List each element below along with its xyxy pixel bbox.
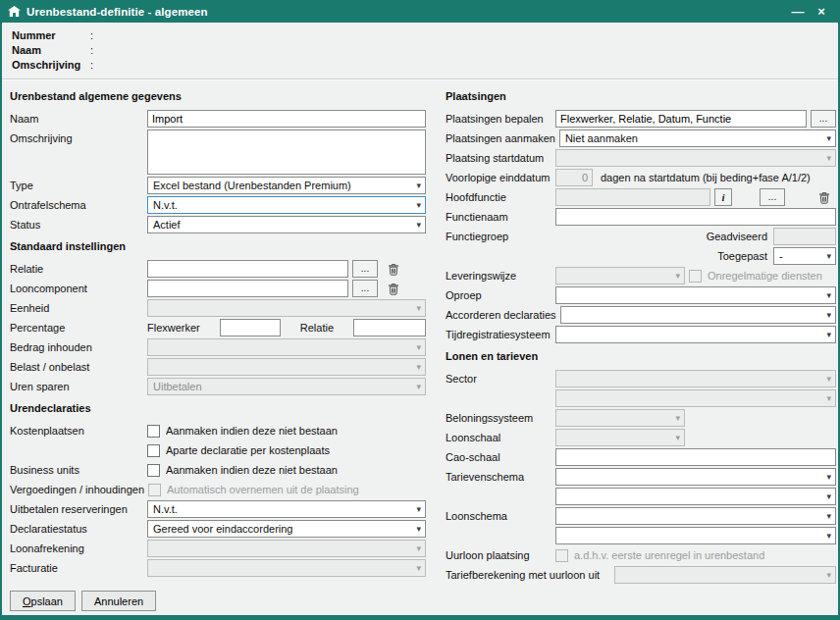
kostenplaatsen-label: Kostenplaatsen <box>10 425 147 437</box>
declaratiestatus-row: Declaratiestatus Gereed voor eindaccorde… <box>10 520 426 538</box>
hoofdfunctie-info-button[interactable]: i <box>714 188 732 206</box>
hoofdfunctie-delete-button[interactable] <box>813 188 836 206</box>
info-row-nummer: Nummer : <box>12 28 828 43</box>
kostenplaatsen-aparte-checkbox[interactable] <box>147 444 160 457</box>
declaratiestatus-value: Gereed voor eindaccordering <box>153 523 414 535</box>
naam-input[interactable] <box>147 110 426 128</box>
percentage-relatie-input[interactable] <box>353 319 426 336</box>
tariefberekening-label: Tariefberekening met uurloon uit <box>446 569 614 581</box>
plaatsingen-bepalen-browse-button[interactable]: ... <box>811 110 836 128</box>
tarievenschema-row: Tarievenschema ▾ <box>446 468 836 486</box>
functienaam-input[interactable] <box>555 208 836 226</box>
functiegroep-toegepast-line: Toegepast - ▾ <box>555 247 836 265</box>
sector-dropdown: ▾ <box>555 370 836 388</box>
loonschema-dropdown[interactable]: ▾ <box>555 507 836 525</box>
toegepast-dropdown[interactable]: - ▾ <box>773 247 836 265</box>
ontrafelschema-label: Ontrafelschema <box>10 199 147 211</box>
plaatsing-startdatum-label: Plaatsing startdatum <box>446 152 555 164</box>
plaatsingen-bepalen-input[interactable] <box>555 110 807 128</box>
loonschema-row: Loonschema ▾ <box>446 507 836 525</box>
window-title: Urenbestand-definitie - algemeen <box>26 6 783 18</box>
looncomponent-input[interactable] <box>147 280 348 297</box>
looncomponent-delete-button[interactable] <box>382 280 405 297</box>
trash-icon <box>818 191 830 204</box>
chevron-down-icon: ▾ <box>414 343 425 352</box>
chevron-down-icon: ▾ <box>824 331 835 339</box>
close-button[interactable]: × <box>813 2 830 22</box>
eenheid-dropdown: ▾ <box>147 299 426 317</box>
tarievenschema-sub-dropdown[interactable]: ▾ <box>555 488 836 505</box>
save-button[interactable]: Opslaan <box>10 591 76 611</box>
business-units-row: Business units Aanmaken indien deze niet… <box>10 461 426 479</box>
chevron-down-icon: ▾ <box>414 181 425 190</box>
tarievenschema-dropdown[interactable]: ▾ <box>555 468 836 486</box>
percentage-relatie-label: Relatie <box>300 322 334 334</box>
relatie-input[interactable] <box>147 260 348 278</box>
belast-onbelast-dropdown: ▾ <box>147 358 426 376</box>
loonschema-sub-dropdown[interactable]: ▾ <box>555 527 836 544</box>
section-standaard-instellingen: Standaard instellingen <box>10 240 426 252</box>
sector-row: Sector ▾ <box>446 370 836 388</box>
plaatsingen-aanmaken-label: Plaatsingen aanmaken <box>446 132 559 144</box>
bedrag-inhouden-dropdown: ▾ <box>147 338 426 356</box>
tijdregistratiesysteem-dropdown[interactable]: ▾ <box>555 326 836 343</box>
chevron-down-icon: ▾ <box>414 564 425 573</box>
chevron-down-icon: ▾ <box>414 383 425 391</box>
looncomponent-row: Looncomponent ... <box>10 280 426 297</box>
plaatsing-startdatum-row: Plaatsing startdatum ▾ <box>446 149 836 167</box>
chevron-down-icon: ▾ <box>673 414 684 423</box>
chevron-down-icon: ▾ <box>414 525 425 534</box>
omschrijving-textarea[interactable] <box>147 129 426 175</box>
functienaam-row: Functienaam <box>446 208 836 226</box>
accorderen-declaraties-dropdown[interactable]: ▾ <box>560 306 836 324</box>
footer: Opslaan Annuleren <box>2 587 838 615</box>
accorderen-declaraties-row: Accorderen declaraties ▾ <box>446 306 836 324</box>
uren-sparen-label: Uren sparen <box>10 381 147 392</box>
type-dropdown[interactable]: Excel bestand (Urenbestanden Premium) ▾ <box>147 177 426 194</box>
sector-sub-row: ▾ <box>446 389 836 407</box>
voorlopige-einddatum-label: Voorlopige einddatum <box>446 172 555 183</box>
belast-onbelast-label: Belast / onbelast <box>10 361 147 373</box>
onregelmatige-diensten-checkbox <box>689 270 702 283</box>
looncomponent-label: Looncomponent <box>10 283 147 294</box>
tarievenschema-sub-row: ▾ <box>446 488 836 505</box>
plaatsingen-aanmaken-row: Plaatsingen aanmaken Niet aanmaken ▾ <box>446 129 836 147</box>
oproep-dropdown[interactable]: ▾ <box>555 286 836 304</box>
leveringswijze-label: Leveringswijze <box>446 270 555 282</box>
chevron-down-icon: ▾ <box>824 492 835 501</box>
beloningssysteem-label: Beloningssysteem <box>446 412 555 424</box>
trash-icon <box>388 283 399 295</box>
status-dropdown[interactable]: Actief ▾ <box>147 216 426 233</box>
info-omschrijving-colon: : <box>90 58 93 73</box>
tijdregistratiesysteem-label: Tijdregistratiesysteem <box>446 329 555 340</box>
titlebar: Urenbestand-definitie - algemeen — × <box>2 0 838 23</box>
chevron-down-icon: ▾ <box>824 473 835 482</box>
kostenplaatsen-aanmaken-checkbox[interactable] <box>147 425 160 438</box>
cao-schaal-input[interactable] <box>555 448 836 466</box>
relatie-browse-button[interactable]: ... <box>352 260 378 278</box>
declaratiestatus-dropdown[interactable]: Gereed voor eindaccordering ▾ <box>147 520 426 538</box>
hoofdfunctie-browse-button[interactable]: ... <box>760 188 785 206</box>
uurloon-adhv-checkbox <box>555 549 568 562</box>
percentage-flexwerker-input[interactable] <box>220 319 281 336</box>
looncomponent-browse-button[interactable]: ... <box>352 280 378 297</box>
record-info-panel: Nummer : Naam : Omschrijving : <box>2 23 838 79</box>
loonschema-sub-row: ▾ <box>446 527 836 544</box>
functienaam-label: Functienaam <box>446 211 555 223</box>
relatie-row: Relatie ... <box>10 260 426 278</box>
uurloon-plaatsing-label: Uurloon plaatsing <box>446 549 555 561</box>
plaatsingen-aanmaken-dropdown[interactable]: Niet aanmaken ▾ <box>559 129 836 147</box>
ontrafelschema-dropdown[interactable]: N.v.t. ▾ <box>147 196 426 214</box>
accorderen-declaraties-label: Accorderen declaraties <box>446 309 560 321</box>
uitbetalen-reserveringen-dropdown[interactable]: N.v.t. ▾ <box>147 500 426 518</box>
uren-sparen-row: Uren sparen Uitbetalen ▾ <box>10 378 426 395</box>
chevron-down-icon: ▾ <box>824 134 835 143</box>
vergoedingen-row: Vergoedingen / inhoudingen Automatisch o… <box>10 481 426 498</box>
relatie-delete-button[interactable] <box>382 260 405 278</box>
sector-label: Sector <box>446 373 555 385</box>
hoofdfunctie-row: Hoofdfunctie i ... <box>446 188 836 206</box>
cancel-button[interactable]: Annuleren <box>81 591 156 611</box>
leveringswijze-row: Leveringswijze ▾ Onregelmatige diensten <box>446 267 836 284</box>
minimize-button[interactable]: — <box>789 2 807 22</box>
business-units-aanmaken-checkbox[interactable] <box>147 464 160 477</box>
